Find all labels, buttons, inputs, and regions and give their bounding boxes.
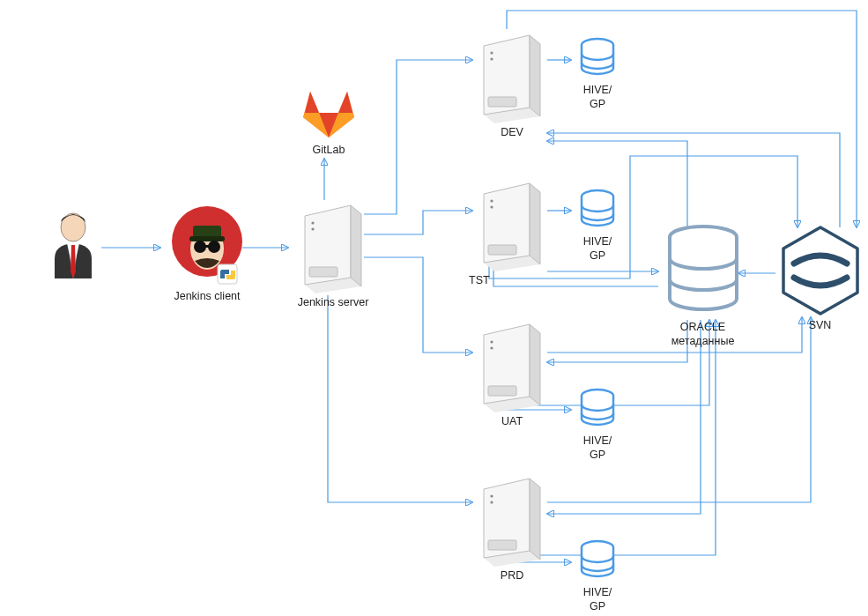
svg-rect-7: [205, 245, 209, 248]
svg-point-9: [311, 221, 314, 224]
svn-icon: [778, 225, 863, 316]
svg-rect-11: [309, 267, 338, 277]
database-icon: [663, 225, 744, 318]
gitlab-label: GitLab: [293, 144, 364, 158]
gitlab-node: GitLab: [293, 86, 364, 158]
hive-tst-node: HIVE/ GP: [571, 189, 624, 263]
jenkins-server-label: Jenkins server: [289, 296, 377, 310]
svg-point-13: [490, 57, 493, 60]
tst-label: TST: [469, 274, 552, 288]
svg-rect-4: [189, 236, 225, 241]
hive-prd-label: HIVE/ GP: [571, 586, 624, 613]
gitlab-icon: [298, 86, 360, 141]
tst-server-node: TST: [472, 176, 552, 288]
oracle-node: ORACLE метаданные: [657, 225, 749, 348]
svg-point-6: [208, 241, 220, 253]
svg-point-18: [490, 340, 493, 343]
svg-point-15: [490, 199, 493, 202]
database-icon: [576, 539, 619, 583]
hive-dev-node: HIVE/ GP: [571, 37, 624, 111]
jenkins-server-node: Jenkins server: [289, 198, 377, 310]
svg-rect-20: [488, 386, 516, 396]
server-icon: [475, 471, 549, 567]
svg-rect-3: [193, 226, 221, 238]
hive-uat-node: HIVE/ GP: [571, 388, 624, 462]
svg-rect-23: [488, 540, 516, 550]
svn-label: SVN: [774, 319, 866, 333]
server-icon: [475, 176, 549, 271]
hive-uat-label: HIVE/ GP: [571, 434, 624, 462]
oracle-label: ORACLE метаданные: [657, 321, 749, 348]
server-icon: [475, 317, 549, 412]
prd-server-node: PRD: [472, 471, 552, 583]
user-icon: [42, 210, 104, 281]
database-icon: [576, 189, 619, 233]
database-icon: [576, 37, 619, 81]
svg-point-22: [490, 501, 493, 503]
arrow-dev-to-svn: [507, 11, 857, 227]
jenkins-client-label: Jenkins client: [163, 290, 251, 304]
dev-label: DEV: [472, 126, 552, 140]
hive-prd-node: HIVE/ GP: [571, 539, 624, 613]
hive-tst-label: HIVE/ GP: [571, 235, 624, 263]
svg-point-19: [490, 346, 493, 349]
dev-server-node: DEV: [472, 28, 552, 140]
svg-point-5: [194, 241, 206, 253]
jenkins-client-node: Jenkins client: [163, 203, 251, 304]
svg-rect-17: [488, 245, 516, 255]
svg-point-16: [490, 205, 493, 208]
svg-rect-14: [488, 97, 516, 107]
arrow-server-to-uat: [364, 257, 472, 353]
server-icon: [296, 198, 370, 293]
server-icon: [475, 28, 549, 123]
prd-label: PRD: [472, 569, 552, 583]
hive-dev-label: HIVE/ GP: [571, 84, 624, 111]
arrow-server-to-tst: [364, 211, 472, 234]
uat-label: UAT: [472, 415, 552, 429]
uat-server-node: UAT: [472, 317, 552, 429]
arrow-server-to-prd: [328, 295, 472, 502]
svg-point-21: [490, 494, 493, 497]
svg-point-12: [490, 51, 493, 54]
jenkins-icon: [168, 203, 246, 287]
svg-point-10: [311, 227, 314, 230]
database-icon: [576, 388, 619, 432]
svn-node: SVN: [774, 225, 866, 333]
arrow-server-to-dev: [364, 60, 472, 214]
